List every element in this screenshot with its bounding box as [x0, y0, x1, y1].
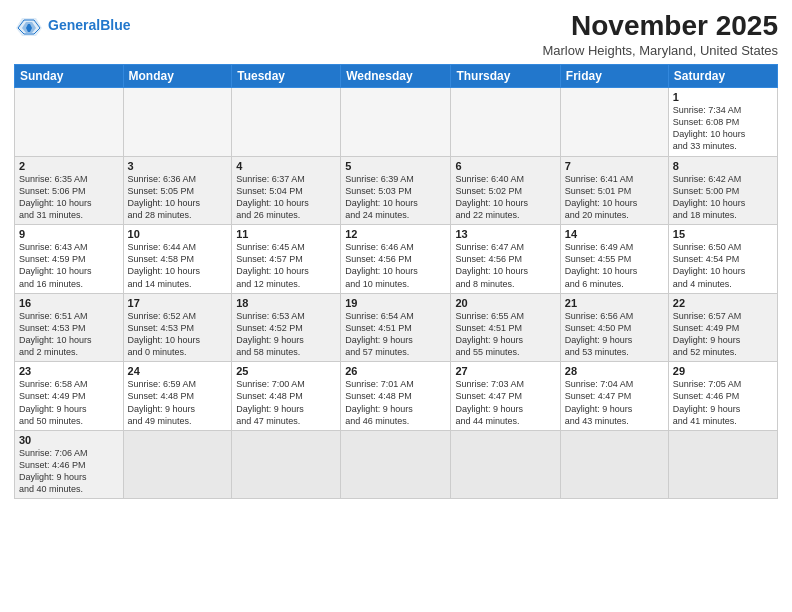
calendar-day-cell: 23Sunrise: 6:58 AM Sunset: 4:49 PM Dayli…: [15, 362, 124, 431]
day-header-tuesday: Tuesday: [232, 65, 341, 88]
logo-icon: [14, 14, 44, 38]
calendar-day-cell: 20Sunrise: 6:55 AM Sunset: 4:51 PM Dayli…: [451, 293, 560, 362]
day-number: 4: [236, 160, 336, 172]
calendar-day-cell: 15Sunrise: 6:50 AM Sunset: 4:54 PM Dayli…: [668, 225, 777, 294]
day-number: 12: [345, 228, 446, 240]
calendar-day-cell: [668, 430, 777, 499]
day-info: Sunrise: 6:41 AM Sunset: 5:01 PM Dayligh…: [565, 173, 664, 222]
calendar-day-cell: 28Sunrise: 7:04 AM Sunset: 4:47 PM Dayli…: [560, 362, 668, 431]
calendar-day-cell: 12Sunrise: 6:46 AM Sunset: 4:56 PM Dayli…: [341, 225, 451, 294]
calendar-day-cell: [451, 88, 560, 157]
calendar-week-row: 30Sunrise: 7:06 AM Sunset: 4:46 PM Dayli…: [15, 430, 778, 499]
day-info: Sunrise: 7:04 AM Sunset: 4:47 PM Dayligh…: [565, 378, 664, 427]
day-info: Sunrise: 6:54 AM Sunset: 4:51 PM Dayligh…: [345, 310, 446, 359]
day-info: Sunrise: 6:47 AM Sunset: 4:56 PM Dayligh…: [455, 241, 555, 290]
calendar-day-cell: [232, 88, 341, 157]
page: GeneralBlue November 2025 Marlow Heights…: [0, 0, 792, 612]
day-number: 23: [19, 365, 119, 377]
logo-text: GeneralBlue: [48, 18, 130, 33]
calendar-day-cell: 25Sunrise: 7:00 AM Sunset: 4:48 PM Dayli…: [232, 362, 341, 431]
calendar: SundayMondayTuesdayWednesdayThursdayFrid…: [14, 64, 778, 499]
day-number: 3: [128, 160, 228, 172]
day-number: 8: [673, 160, 773, 172]
day-header-wednesday: Wednesday: [341, 65, 451, 88]
calendar-day-cell: 21Sunrise: 6:56 AM Sunset: 4:50 PM Dayli…: [560, 293, 668, 362]
calendar-week-row: 2Sunrise: 6:35 AM Sunset: 5:06 PM Daylig…: [15, 156, 778, 225]
calendar-day-cell: 11Sunrise: 6:45 AM Sunset: 4:57 PM Dayli…: [232, 225, 341, 294]
day-number: 13: [455, 228, 555, 240]
calendar-day-cell: 7Sunrise: 6:41 AM Sunset: 5:01 PM Daylig…: [560, 156, 668, 225]
calendar-week-row: 23Sunrise: 6:58 AM Sunset: 4:49 PM Dayli…: [15, 362, 778, 431]
day-info: Sunrise: 7:01 AM Sunset: 4:48 PM Dayligh…: [345, 378, 446, 427]
day-number: 24: [128, 365, 228, 377]
day-info: Sunrise: 6:39 AM Sunset: 5:03 PM Dayligh…: [345, 173, 446, 222]
day-number: 28: [565, 365, 664, 377]
calendar-day-cell: 3Sunrise: 6:36 AM Sunset: 5:05 PM Daylig…: [123, 156, 232, 225]
day-info: Sunrise: 6:40 AM Sunset: 5:02 PM Dayligh…: [455, 173, 555, 222]
calendar-day-cell: 9Sunrise: 6:43 AM Sunset: 4:59 PM Daylig…: [15, 225, 124, 294]
logo: GeneralBlue: [14, 14, 130, 38]
calendar-day-cell: 2Sunrise: 6:35 AM Sunset: 5:06 PM Daylig…: [15, 156, 124, 225]
day-info: Sunrise: 6:52 AM Sunset: 4:53 PM Dayligh…: [128, 310, 228, 359]
day-number: 9: [19, 228, 119, 240]
calendar-day-cell: 13Sunrise: 6:47 AM Sunset: 4:56 PM Dayli…: [451, 225, 560, 294]
calendar-day-cell: [451, 430, 560, 499]
day-header-saturday: Saturday: [668, 65, 777, 88]
day-info: Sunrise: 6:43 AM Sunset: 4:59 PM Dayligh…: [19, 241, 119, 290]
day-info: Sunrise: 6:51 AM Sunset: 4:53 PM Dayligh…: [19, 310, 119, 359]
day-info: Sunrise: 6:49 AM Sunset: 4:55 PM Dayligh…: [565, 241, 664, 290]
day-number: 5: [345, 160, 446, 172]
day-number: 6: [455, 160, 555, 172]
calendar-day-cell: 17Sunrise: 6:52 AM Sunset: 4:53 PM Dayli…: [123, 293, 232, 362]
calendar-day-cell: 4Sunrise: 6:37 AM Sunset: 5:04 PM Daylig…: [232, 156, 341, 225]
calendar-day-cell: 26Sunrise: 7:01 AM Sunset: 4:48 PM Dayli…: [341, 362, 451, 431]
day-info: Sunrise: 6:57 AM Sunset: 4:49 PM Dayligh…: [673, 310, 773, 359]
calendar-day-cell: 16Sunrise: 6:51 AM Sunset: 4:53 PM Dayli…: [15, 293, 124, 362]
logo-blue: Blue: [100, 17, 130, 33]
day-number: 21: [565, 297, 664, 309]
calendar-day-cell: 8Sunrise: 6:42 AM Sunset: 5:00 PM Daylig…: [668, 156, 777, 225]
day-number: 20: [455, 297, 555, 309]
day-info: Sunrise: 7:03 AM Sunset: 4:47 PM Dayligh…: [455, 378, 555, 427]
day-info: Sunrise: 6:50 AM Sunset: 4:54 PM Dayligh…: [673, 241, 773, 290]
day-info: Sunrise: 6:58 AM Sunset: 4:49 PM Dayligh…: [19, 378, 119, 427]
day-header-monday: Monday: [123, 65, 232, 88]
day-info: Sunrise: 6:59 AM Sunset: 4:48 PM Dayligh…: [128, 378, 228, 427]
logo-general: General: [48, 17, 100, 33]
day-number: 18: [236, 297, 336, 309]
calendar-day-cell: 1Sunrise: 7:34 AM Sunset: 6:08 PM Daylig…: [668, 88, 777, 157]
day-number: 15: [673, 228, 773, 240]
calendar-day-cell: 27Sunrise: 7:03 AM Sunset: 4:47 PM Dayli…: [451, 362, 560, 431]
day-number: 29: [673, 365, 773, 377]
calendar-day-cell: 10Sunrise: 6:44 AM Sunset: 4:58 PM Dayli…: [123, 225, 232, 294]
day-number: 25: [236, 365, 336, 377]
day-number: 2: [19, 160, 119, 172]
calendar-header-row: SundayMondayTuesdayWednesdayThursdayFrid…: [15, 65, 778, 88]
calendar-day-cell: [15, 88, 124, 157]
day-info: Sunrise: 7:05 AM Sunset: 4:46 PM Dayligh…: [673, 378, 773, 427]
calendar-day-cell: 24Sunrise: 6:59 AM Sunset: 4:48 PM Dayli…: [123, 362, 232, 431]
day-info: Sunrise: 6:45 AM Sunset: 4:57 PM Dayligh…: [236, 241, 336, 290]
calendar-day-cell: [560, 88, 668, 157]
calendar-day-cell: [341, 430, 451, 499]
calendar-day-cell: 14Sunrise: 6:49 AM Sunset: 4:55 PM Dayli…: [560, 225, 668, 294]
calendar-day-cell: 22Sunrise: 6:57 AM Sunset: 4:49 PM Dayli…: [668, 293, 777, 362]
day-number: 10: [128, 228, 228, 240]
day-number: 7: [565, 160, 664, 172]
calendar-week-row: 1Sunrise: 7:34 AM Sunset: 6:08 PM Daylig…: [15, 88, 778, 157]
title-block: November 2025 Marlow Heights, Maryland, …: [542, 10, 778, 58]
day-number: 14: [565, 228, 664, 240]
day-header-sunday: Sunday: [15, 65, 124, 88]
day-info: Sunrise: 6:37 AM Sunset: 5:04 PM Dayligh…: [236, 173, 336, 222]
day-info: Sunrise: 7:34 AM Sunset: 6:08 PM Dayligh…: [673, 104, 773, 153]
day-info: Sunrise: 6:36 AM Sunset: 5:05 PM Dayligh…: [128, 173, 228, 222]
month-title: November 2025: [542, 10, 778, 42]
day-info: Sunrise: 6:46 AM Sunset: 4:56 PM Dayligh…: [345, 241, 446, 290]
location: Marlow Heights, Maryland, United States: [542, 43, 778, 58]
calendar-day-cell: [123, 430, 232, 499]
day-header-thursday: Thursday: [451, 65, 560, 88]
header: GeneralBlue November 2025 Marlow Heights…: [14, 10, 778, 58]
day-number: 11: [236, 228, 336, 240]
day-number: 16: [19, 297, 119, 309]
day-info: Sunrise: 7:06 AM Sunset: 4:46 PM Dayligh…: [19, 447, 119, 496]
